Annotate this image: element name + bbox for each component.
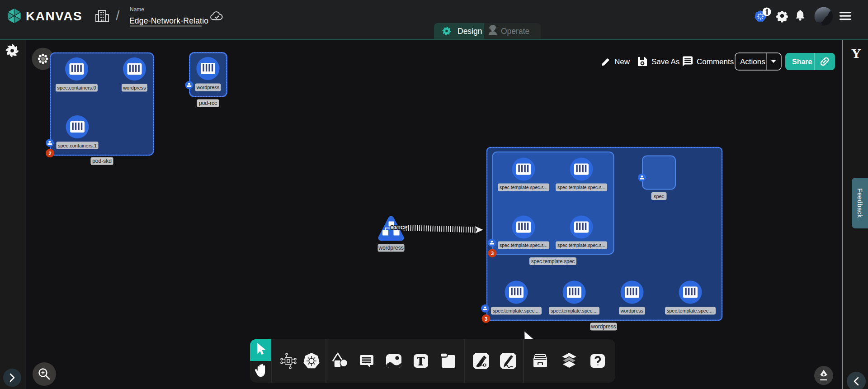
- svg-text:pod-skd: pod-skd: [92, 158, 112, 164]
- svg-text:spec.template.spec....: spec.template.spec....: [667, 308, 714, 313]
- svg-text:spec.containers.1: spec.containers.1: [58, 143, 97, 148]
- svg-text:spec.template.spec: spec.template.spec: [531, 258, 575, 265]
- svg-text:spec.template.spec.s...: spec.template.spec.s...: [500, 185, 547, 190]
- svg-text:80/TCP: 80/TCP: [391, 225, 407, 230]
- svg-text:spec.template.spec....: spec.template.spec....: [551, 308, 598, 313]
- svg-text:spec.template.spec.s...: spec.template.spec.s...: [500, 242, 547, 248]
- svg-text:wordpress: wordpress: [123, 85, 146, 90]
- svg-text:Comments: Comments: [697, 57, 734, 66]
- svg-text:Edge-Network-Relatio: Edge-Network-Relatio: [129, 16, 208, 25]
- svg-text:3: 3: [485, 316, 487, 322]
- svg-text:Actions: Actions: [740, 57, 765, 66]
- svg-text:Y: Y: [851, 46, 861, 61]
- svg-text:spec: spec: [654, 194, 665, 199]
- svg-text:KANVAS: KANVAS: [26, 9, 82, 23]
- svg-text:New: New: [614, 57, 630, 66]
- svg-text:wordpress: wordpress: [620, 308, 644, 313]
- svg-text:wordpress: wordpress: [590, 323, 616, 330]
- svg-text:Design: Design: [458, 27, 482, 36]
- svg-text:spec.template.spec.s...: spec.template.spec.s...: [557, 242, 605, 248]
- svg-text:/: /: [116, 8, 120, 23]
- svg-text:pod-rcc: pod-rcc: [199, 100, 217, 106]
- svg-text:2: 2: [48, 151, 51, 156]
- svg-text:wordpress: wordpress: [378, 245, 403, 251]
- svg-text:spec.template.spec.s...: spec.template.spec.s...: [557, 185, 605, 190]
- svg-text:Save As: Save As: [651, 57, 679, 66]
- svg-text:3: 3: [491, 251, 494, 256]
- svg-text:Name: Name: [130, 6, 144, 13]
- svg-text:spec.containers.0: spec.containers.0: [57, 85, 96, 90]
- svg-text:wordpress: wordpress: [196, 85, 220, 90]
- svg-text:spec.template.spec....: spec.template.spec....: [493, 308, 540, 313]
- svg-text:Share: Share: [792, 58, 812, 66]
- svg-text:Operate: Operate: [501, 27, 529, 36]
